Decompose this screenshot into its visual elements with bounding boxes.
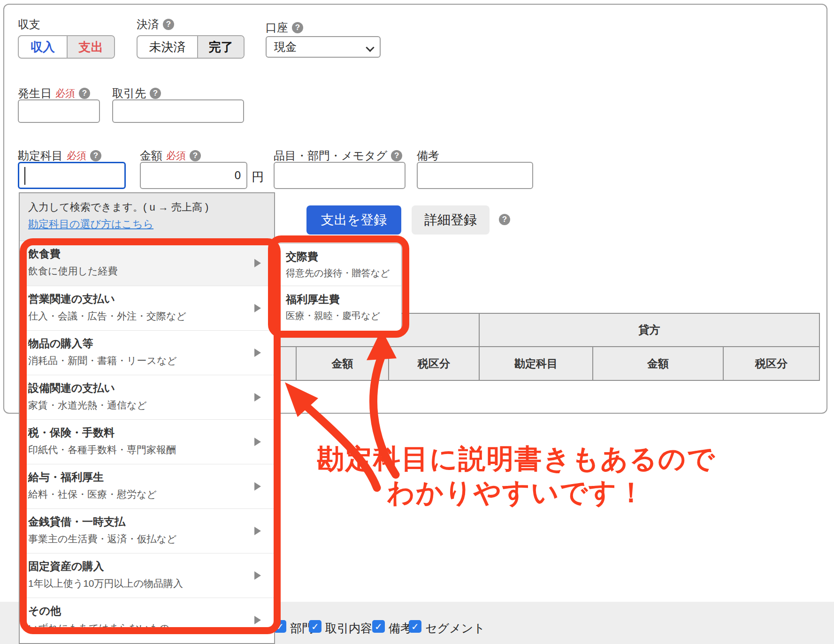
menu-item-facility-payments[interactable]: 設備関連の支払い 家賃・水道光熱・通信など bbox=[20, 375, 274, 419]
credit-tax-column-header: 税区分 bbox=[723, 347, 819, 380]
amount-label: 金額 必須 ? bbox=[140, 148, 201, 163]
menu-item-loans-temp-payments[interactable]: 金銭貸借・一時支払 事業主の生活費・返済・仮払など bbox=[20, 508, 274, 553]
help-icon[interactable]: ? bbox=[163, 19, 174, 30]
partner-input[interactable] bbox=[112, 99, 244, 123]
submenu-arrow-icon bbox=[254, 438, 261, 446]
help-icon[interactable]: ? bbox=[499, 214, 510, 225]
menu-item-title: 税・保険・手数料 bbox=[28, 425, 266, 440]
account-select-value: 現金 bbox=[274, 39, 297, 54]
credit-group-header: 貸方 bbox=[479, 313, 819, 347]
submenu-item-entertainment[interactable]: 交際費 得意先の接待・贈答など bbox=[276, 243, 401, 286]
menu-item-desc: 事業主の生活費・返済・仮払など bbox=[28, 532, 266, 546]
account-item-label-text: 勘定科目 bbox=[18, 148, 63, 163]
tags-label-text: 品目・部門・メモタグ bbox=[274, 148, 387, 163]
submenu-item-title: 福利厚生費 bbox=[286, 292, 392, 307]
menu-item-desc: 1年以上使う10万円以上の物品購入 bbox=[28, 577, 266, 590]
partner-label-text: 取引先 bbox=[112, 86, 146, 101]
settlement-toggle: 未決済 完了 bbox=[137, 35, 245, 59]
checkbox-transaction-detail[interactable]: ✓ bbox=[309, 620, 321, 633]
settlement-label-text: 決済 bbox=[137, 17, 159, 32]
expense-entry-screen: 収支 決済 ? 口座 ? 収入 支出 未決済 完了 現金 発生日 必須 ? 取引… bbox=[0, 0, 834, 644]
settlement-label: 決済 ? bbox=[137, 17, 174, 32]
submenu-item-welfare[interactable]: 福利厚生費 医療・親睦・慶弔など bbox=[276, 286, 401, 328]
memo-input[interactable] bbox=[417, 162, 533, 189]
account-item-dropdown: 入力して検索できます。( u → 売上高 ) 勘定科目の選び方はこちら 飲食費 … bbox=[19, 192, 275, 644]
menu-item-desc: いずれにもあてはまらないもの bbox=[28, 621, 266, 635]
menu-item-title: 飲食費 bbox=[28, 247, 266, 261]
debit-tax-column-header: 税区分 bbox=[389, 347, 479, 380]
credit-account-column-header: 勘定科目 bbox=[479, 347, 593, 380]
menu-item-title: 物品の購入等 bbox=[28, 336, 266, 351]
account-select[interactable]: 現金 bbox=[266, 36, 381, 58]
account-item-input[interactable] bbox=[18, 162, 126, 189]
memo-label-text: 備考 bbox=[417, 148, 439, 163]
register-expense-button[interactable]: 支出を登録 bbox=[306, 205, 401, 235]
credit-amount-column-header: 金額 bbox=[593, 347, 723, 380]
submenu-arrow-icon bbox=[254, 304, 261, 312]
help-icon[interactable]: ? bbox=[79, 88, 90, 99]
menu-item-title: 金銭貸借・一時支払 bbox=[28, 515, 266, 529]
chevron-down-icon bbox=[366, 43, 374, 52]
help-icon[interactable]: ? bbox=[190, 150, 201, 161]
amount-input[interactable]: 0 bbox=[140, 162, 247, 189]
help-icon[interactable]: ? bbox=[90, 150, 101, 161]
menu-item-tax-insurance-fees[interactable]: 税・保険・手数料 印紙代・各種手数料・専門家報酬 bbox=[20, 419, 274, 464]
menu-item-salary-welfare[interactable]: 給与・福利厚生 給料・社保・医療・慰労など bbox=[20, 464, 274, 508]
date-input[interactable] bbox=[18, 99, 100, 123]
submenu-item-desc: 医療・親睦・慶弔など bbox=[286, 310, 392, 322]
debit-amount-column-header: 金額 bbox=[296, 347, 389, 380]
submenu-arrow-icon bbox=[254, 571, 261, 580]
menu-item-other[interactable]: その他 いずれにもあてはまらないもの bbox=[20, 598, 274, 642]
help-icon[interactable]: ? bbox=[150, 88, 161, 99]
checkbox-department[interactable]: ✓ bbox=[274, 620, 286, 633]
menu-item-desc: 家賃・水道光熱・通信など bbox=[28, 399, 266, 412]
expense-toggle-button[interactable]: 支出 bbox=[67, 36, 114, 58]
required-badge: 必須 bbox=[166, 149, 186, 162]
currency-unit-label: 円 bbox=[252, 169, 264, 185]
menu-item-fixed-assets[interactable]: 固定資産の購入 1年以上使う10万円以上の物品購入 bbox=[20, 553, 274, 598]
amount-label-text: 金額 bbox=[140, 148, 162, 163]
menu-item-desc: 消耗品・新聞・書籍・リースなど bbox=[28, 354, 266, 367]
help-icon[interactable]: ? bbox=[391, 150, 402, 161]
submenu-arrow-icon bbox=[254, 482, 261, 491]
submenu-arrow-icon bbox=[254, 393, 261, 402]
income-toggle-button[interactable]: 収入 bbox=[19, 36, 67, 58]
account-item-submenu: 交際費 得意先の接待・贈答など 福利厚生費 医療・親睦・慶弔など bbox=[276, 243, 402, 332]
text-caret bbox=[24, 167, 25, 185]
partner-label: 取引先 ? bbox=[112, 86, 161, 101]
required-badge: 必須 bbox=[67, 149, 86, 162]
unsettled-toggle-button[interactable]: 未決済 bbox=[138, 36, 197, 58]
submenu-arrow-icon bbox=[254, 527, 261, 535]
menu-item-goods-purchase[interactable]: 物品の購入等 消耗品・新聞・書籍・リースなど bbox=[20, 330, 274, 375]
submenu-arrow-icon bbox=[254, 616, 261, 624]
amount-value: 0 bbox=[235, 169, 241, 182]
menu-item-sales-payments[interactable]: 営業関連の支払い 仕入・会議・広告・外注・交際など bbox=[20, 286, 274, 330]
menu-item-title: 給与・福利厚生 bbox=[28, 470, 266, 485]
balance-toggle: 収入 支出 bbox=[18, 35, 115, 59]
submenu-arrow-icon bbox=[254, 349, 261, 357]
required-badge: 必須 bbox=[55, 87, 75, 100]
detail-register-button[interactable]: 詳細登録 bbox=[412, 205, 490, 235]
date-label-text: 発生日 bbox=[18, 86, 52, 101]
menu-item-desc: 仕入・会議・広告・外注・交際など bbox=[28, 310, 266, 323]
account-label-text: 口座 bbox=[266, 20, 288, 35]
balance-label: 収支 bbox=[18, 17, 40, 32]
menu-item-title: 固定資産の購入 bbox=[28, 559, 266, 574]
menu-item-title: 設備関連の支払い bbox=[28, 381, 266, 395]
checkbox-memo[interactable]: ✓ bbox=[372, 620, 385, 633]
menu-item-food[interactable]: 飲食費 飲食に使用した経費 bbox=[20, 241, 274, 286]
menu-item-title: その他 bbox=[28, 604, 266, 618]
settled-toggle-button[interactable]: 完了 bbox=[197, 36, 244, 58]
dropdown-search-hint: 入力して検索できます。( u → 売上高 ) bbox=[28, 200, 266, 214]
annotation-line-2: わかりやすいです！ bbox=[305, 476, 727, 509]
submenu-item-title: 交際費 bbox=[286, 250, 392, 264]
account-label: 口座 ? bbox=[266, 20, 303, 35]
menu-item-desc: 給料・社保・医療・慰労など bbox=[28, 488, 266, 501]
menu-item-title: 営業関連の支払い bbox=[28, 292, 266, 306]
tags-input[interactable] bbox=[274, 162, 406, 189]
menu-item-desc: 印紙代・各種手数料・専門家報酬 bbox=[28, 443, 266, 456]
checkbox-segment[interactable]: ✓ bbox=[409, 620, 421, 633]
balance-label-text: 収支 bbox=[18, 17, 40, 32]
account-item-guide-link[interactable]: 勘定科目の選び方はこちら bbox=[28, 217, 153, 231]
help-icon[interactable]: ? bbox=[292, 22, 303, 33]
